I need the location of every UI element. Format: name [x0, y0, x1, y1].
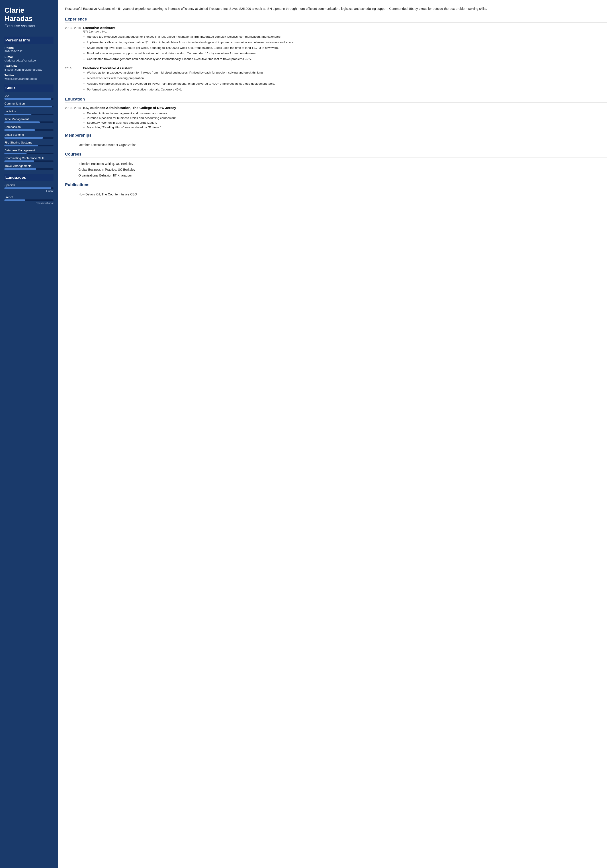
exp-company: ISN Lipmann, Inc.	[83, 30, 607, 33]
courses-list: Effective Business Writing, UC BerkeleyG…	[65, 161, 607, 178]
skill-name: Database Management	[5, 149, 53, 152]
skill-name: Compassion	[5, 125, 53, 129]
skill-item: Email Systems	[5, 133, 53, 138]
skill-bar-fill	[5, 153, 26, 154]
membership-item: Member, Executive Assistant Organization	[65, 142, 607, 148]
main-content: Resourceful Executive Assistant with 5+ …	[58, 0, 614, 868]
skill-bar-fill	[5, 168, 36, 170]
skill-name: Travel Arrangements	[5, 164, 53, 168]
course-item: Effective Business Writing, UC Berkeley	[65, 161, 607, 167]
skill-bar-bg	[5, 153, 53, 154]
skill-name: Email Systems	[5, 133, 53, 137]
candidate-title: Executive Assistant	[5, 24, 53, 32]
exp-bullet: Coordinated travel arrangements both dom…	[87, 57, 607, 61]
language-bar-fill	[5, 199, 25, 201]
personal-info-label: Twitter	[5, 73, 53, 77]
publications-list: How Details Kill, The Counterintuitive C…	[65, 191, 607, 197]
language-item: Spanish Fluent	[5, 183, 53, 193]
exp-bullet: Provided executive project support, admi…	[87, 51, 607, 56]
education-list: 2010 - 2013 BA, Business Administration,…	[65, 106, 607, 130]
exp-dates: 2013	[65, 66, 83, 93]
skill-item: Travel Arrangements	[5, 164, 53, 170]
skill-bar-bg	[5, 98, 53, 99]
edu-bullets: Excelled in financial management and bus…	[83, 111, 607, 130]
education-block: 2010 - 2013 BA, Business Administration,…	[65, 106, 607, 130]
skill-name: Coordinating Conference Calls	[5, 157, 53, 160]
personal-info-value: 862-208-2592	[5, 50, 53, 53]
exp-dates: 2013 - 2018	[65, 26, 83, 62]
experience-block: 2013 Freelance Executive Assistant Worke…	[65, 66, 607, 93]
skill-name: Time Management	[5, 118, 53, 121]
courses-section-title: Courses	[65, 152, 607, 158]
experience-block: 2013 - 2018 Executive Assistant ISN Lipm…	[65, 26, 607, 62]
exp-bullet: Saved each top-level exec 11 hours per w…	[87, 45, 607, 50]
skill-bar-fill	[5, 114, 31, 115]
skill-bar-fill	[5, 160, 34, 162]
exp-job-title: Freelance Executive Assistant	[83, 66, 607, 70]
sidebar: Clarie Haradas Executive Assistant Perso…	[0, 0, 58, 868]
language-level: Conversational	[5, 202, 53, 205]
exp-bullet: Handled top executive assistant duties f…	[87, 34, 607, 39]
skill-bar-fill	[5, 145, 38, 146]
skill-item: Communication	[5, 102, 53, 107]
skill-item: Database Management	[5, 149, 53, 154]
skill-bar-bg	[5, 145, 53, 146]
course-item: Global Business in Practice, UC Berkeley	[65, 167, 607, 172]
personal-info-label: E-mail	[5, 55, 53, 59]
candidate-name: Clarie Haradas	[5, 6, 53, 23]
language-name: Spanish	[5, 183, 53, 187]
memberships-section-title: Memberships	[65, 133, 607, 139]
skill-item: Coordinating Conference Calls	[5, 157, 53, 162]
languages-section-title: Languages	[5, 174, 53, 181]
experience-section-title: Experience	[65, 17, 607, 23]
memberships-list: Member, Executive Assistant Organization	[65, 142, 607, 148]
skill-bar-fill	[5, 106, 52, 107]
exp-bullet: Performed weekly proofreading of executi…	[87, 87, 607, 92]
skill-name: EQ	[5, 94, 53, 97]
skill-bar-bg	[5, 129, 53, 131]
skill-bar-bg	[5, 114, 53, 115]
personal-info-value: linkedin.com/in/clarieharadas	[5, 68, 53, 71]
skill-name: File-Sharing Systems	[5, 141, 53, 144]
edu-bullet: Excelled in financial management and bus…	[87, 111, 607, 116]
publications-section-title: Publications	[65, 182, 607, 188]
education-section-title: Education	[65, 97, 607, 103]
exp-job-title: Executive Assistant	[83, 26, 607, 30]
skill-name: Communication	[5, 102, 53, 105]
course-item: Organizational Behavior, IIT Kharagpur	[65, 172, 607, 178]
experience-list: 2013 - 2018 Executive Assistant ISN Lipm…	[65, 26, 607, 93]
skill-item: File-Sharing Systems	[5, 141, 53, 146]
edu-bullet: Pursued a passion for business ethics an…	[87, 116, 607, 120]
edu-dates: 2010 - 2013	[65, 106, 83, 130]
exp-content: Executive Assistant ISN Lipmann, Inc. Ha…	[83, 26, 607, 62]
exp-bullet: Aided executives with meeting preparatio…	[87, 76, 607, 81]
language-name: French	[5, 196, 53, 199]
skill-item: Logistics	[5, 110, 53, 115]
skill-bar-bg	[5, 106, 53, 107]
edu-bullet: Secretary, Women in Business student org…	[87, 120, 607, 125]
languages-list: Spanish Fluent French Conversational	[5, 183, 53, 205]
language-bar-bg	[5, 188, 53, 189]
edu-bullet: My article, "Reading Minds" was reprinte…	[87, 125, 607, 130]
exp-bullet: Assisted with project logistics and deve…	[87, 81, 607, 86]
personal-info-fields: Phone862-208-2592E-mailclarieharadas@gma…	[5, 46, 53, 81]
skill-bar-fill	[5, 129, 35, 131]
skill-bar-bg	[5, 137, 53, 138]
skills-list: EQ Communication Logistics Time Manageme…	[5, 94, 53, 170]
personal-info-label: Phone	[5, 46, 53, 50]
personal-info-label: LinkedIn	[5, 64, 53, 68]
exp-bullets: Worked as temp executive assistant for 4…	[83, 70, 607, 92]
skill-bar-fill	[5, 121, 40, 123]
edu-degree: BA, Business Administration, The College…	[83, 106, 607, 110]
edu-content: BA, Business Administration, The College…	[83, 106, 607, 130]
skill-bar-fill	[5, 98, 51, 99]
exp-bullet: Worked as temp executive assistant for 4…	[87, 70, 607, 75]
skill-bar-bg	[5, 160, 53, 162]
skill-item: EQ	[5, 94, 53, 99]
publication-item: How Details Kill, The Counterintuitive C…	[65, 191, 607, 197]
skill-bar-fill	[5, 137, 43, 138]
language-level: Fluent	[5, 189, 53, 193]
skill-bar-bg	[5, 121, 53, 123]
skills-section-title: Skills	[5, 84, 53, 92]
exp-bullet: Implemented call-recording system that c…	[87, 40, 607, 45]
